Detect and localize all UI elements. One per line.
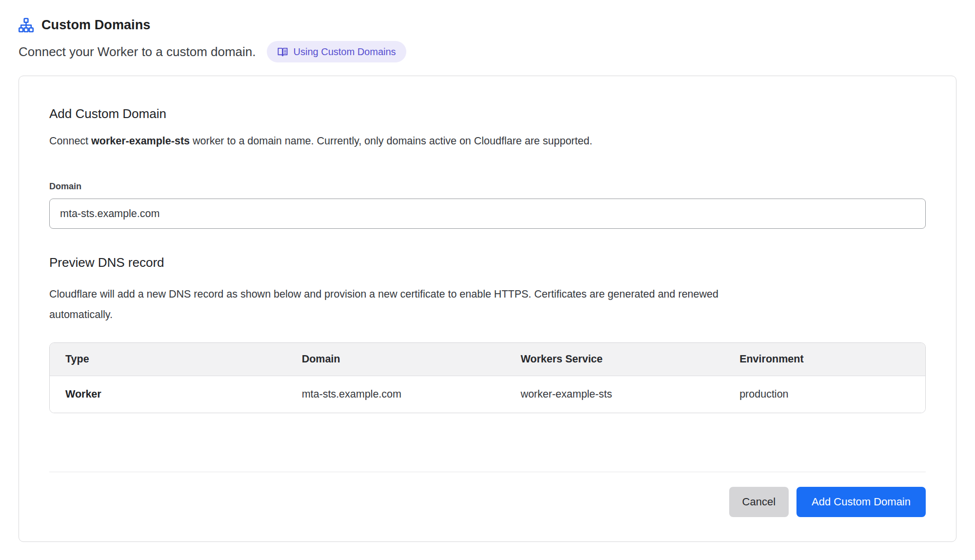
cell-workers-service: worker-example-sts (505, 376, 724, 413)
table-row: Worker mta-sts.example.com worker-exampl… (50, 376, 925, 413)
docs-link-badge[interactable]: Using Custom Domains (267, 41, 406, 62)
dns-preview-table: Type Domain Workers Service Environment … (49, 342, 926, 413)
description-suffix: worker to a domain name. Currently, only… (190, 135, 592, 147)
preview-dns-heading: Preview DNS record (49, 255, 926, 270)
page-subtitle-row: Connect your Worker to a custom domain. … (19, 41, 956, 62)
footer-actions: Cancel Add Custom Domain (49, 487, 926, 517)
cell-environment: production (724, 376, 925, 413)
add-custom-domain-button[interactable]: Add Custom Domain (796, 487, 926, 517)
column-header-domain: Domain (286, 343, 505, 376)
card-heading: Add Custom Domain (49, 106, 926, 121)
table-header-row: Type Domain Workers Service Environment (50, 343, 925, 376)
domain-field-label: Domain (49, 181, 926, 192)
description-prefix: Connect (49, 135, 91, 147)
custom-domains-page: Custom Domains Connect your Worker to a … (0, 0, 975, 542)
column-header-type: Type (50, 343, 286, 376)
footer-divider (49, 472, 926, 472)
docs-link-label: Using Custom Domains (294, 46, 396, 58)
open-book-icon (277, 46, 288, 58)
card-description: Connect worker-example-sts worker to a d… (49, 135, 926, 147)
domain-input[interactable] (49, 199, 926, 229)
cell-type: Worker (50, 376, 286, 413)
cancel-button[interactable]: Cancel (729, 487, 789, 517)
worker-name: worker-example-sts (91, 135, 190, 147)
preview-dns-description: Cloudflare will add a new DNS record as … (49, 284, 756, 325)
page-subtitle: Connect your Worker to a custom domain. (19, 44, 256, 60)
page-title: Custom Domains (41, 18, 150, 33)
add-custom-domain-card: Add Custom Domain Connect worker-example… (19, 76, 956, 542)
column-header-environment: Environment (724, 343, 925, 376)
cell-domain: mta-sts.example.com (286, 376, 505, 413)
column-header-workers-service: Workers Service (505, 343, 724, 376)
page-header: Custom Domains (19, 18, 956, 33)
sitemap-icon (19, 18, 34, 33)
